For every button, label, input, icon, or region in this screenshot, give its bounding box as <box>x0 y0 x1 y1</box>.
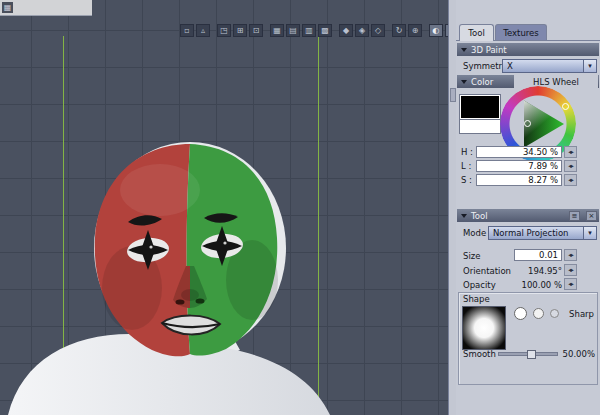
viewport-3d[interactable]: ▦ ▫ ▵ ◳ ⊞ ⊡ ▦ ▤ ▥ ▩ ◆ ◈ ◇ ↻ ⊕ ◐ ◉ <box>0 0 448 415</box>
shade-rows-icon[interactable]: ▤ <box>286 24 300 37</box>
rotate-view-icon[interactable]: ↻ <box>392 24 406 37</box>
tool-options-icon[interactable]: ≡ <box>569 211 580 221</box>
opacity-stepper-icon[interactable]: ◂▸ <box>564 278 577 290</box>
section-title: Tool <box>471 211 488 221</box>
collapse-triangle-icon[interactable] <box>461 80 467 84</box>
symmetry-label: Symmetry <box>463 61 507 71</box>
size-field[interactable]: 0.01 <box>514 249 562 261</box>
snap-toggle-icon[interactable]: ⊡ <box>249 24 263 37</box>
shield-inner-icon[interactable]: ◈ <box>355 24 369 37</box>
handle-toggle-icon[interactable]: ▵ <box>196 24 210 37</box>
orientation-stepper-icon[interactable]: ◂▸ <box>564 264 577 276</box>
smooth-value[interactable]: 50.00% <box>563 349 595 359</box>
orientation-value[interactable]: 194.95° <box>528 266 562 276</box>
sharp-label: Sharp <box>569 309 594 319</box>
app-icon[interactable]: ▦ <box>2 2 13 13</box>
shaded-sphere-icon[interactable]: ◐ <box>429 24 443 37</box>
chevron-down-icon[interactable]: ▾ <box>583 60 596 72</box>
size-label: Size <box>463 251 480 261</box>
application-window: ▦ ▫ ▵ ◳ ⊞ ⊡ ▦ ▤ ▥ ▩ ◆ ◈ ◇ ↻ ⊕ ◐ ◉ Tool T… <box>0 0 600 415</box>
falloff-dome-icon[interactable] <box>533 308 544 319</box>
smooth-slider[interactable] <box>498 352 558 356</box>
shield-solid-icon[interactable]: ◆ <box>339 24 353 37</box>
hue-stepper-icon[interactable]: ◂▸ <box>564 146 577 158</box>
orientation-label: Orientation <box>463 266 511 276</box>
wireframe-icon[interactable]: ▦ <box>270 24 284 37</box>
lightness-stepper-icon[interactable]: ◂▸ <box>564 160 577 172</box>
falloff-flat-icon[interactable] <box>550 309 559 318</box>
tool-close-icon[interactable]: × <box>586 211 597 221</box>
falloff-round-icon[interactable] <box>514 307 527 320</box>
size-stepper-icon[interactable]: ◂▸ <box>564 249 577 261</box>
mode-dropdown[interactable]: Normal Projection ▾ <box>488 226 597 240</box>
saturation-marker[interactable] <box>524 120 531 127</box>
pixel-toggle-icon[interactable]: ▫ <box>180 24 194 37</box>
chevron-down-icon[interactable]: ▾ <box>583 227 596 239</box>
section-header-3d-paint[interactable]: 3D Paint <box>457 43 599 56</box>
model-head[interactable] <box>0 120 360 415</box>
mode-value: Normal Projection <box>493 228 596 238</box>
shield-outline-icon[interactable]: ◇ <box>371 24 385 37</box>
saturation-stepper-icon[interactable]: ◂▸ <box>564 174 577 186</box>
section-header-tool[interactable]: Tool ≡ × <box>457 209 599 222</box>
shape-title: Shape <box>463 294 490 304</box>
symmetry-dropdown[interactable]: X ▾ <box>502 59 597 73</box>
hue-marker[interactable] <box>562 103 569 110</box>
saturation-label: S : <box>461 175 472 185</box>
mode-label: Mode <box>463 228 486 238</box>
dense-grid-icon[interactable]: ▩ <box>318 24 332 37</box>
section-title: 3D Paint <box>471 45 507 55</box>
collapse-triangle-icon[interactable] <box>461 48 467 52</box>
grid-toggle-icon[interactable]: ⊞ <box>233 24 247 37</box>
section-title: Color <box>471 77 493 87</box>
collapse-triangle-icon[interactable] <box>461 214 467 218</box>
smooth-slider-thumb[interactable] <box>527 350 536 359</box>
lightness-label: L : <box>461 161 471 171</box>
properties-panel: Tool Textures 3D Paint Symmetry X ▾ Colo… <box>456 0 600 415</box>
viewport-toolbar: ▫ ▵ ◳ ⊞ ⊡ ▦ ▤ ▥ ▩ ◆ ◈ ◇ ↻ ⊕ ◐ ◉ <box>180 24 459 37</box>
window-chrome-strip: ▦ <box>0 0 92 16</box>
tab-textures[interactable]: Textures <box>495 24 547 41</box>
panel-scrollbar[interactable] <box>448 0 456 415</box>
smooth-label: Smooth <box>463 349 496 359</box>
corner-widget-icon[interactable]: ◳ <box>217 24 231 37</box>
opacity-value[interactable]: 100.00 % <box>521 280 562 290</box>
saturation-field[interactable]: 8.27 % <box>476 174 562 186</box>
background-color-swatch[interactable] <box>459 119 501 134</box>
foreground-color-swatch[interactable] <box>459 94 501 120</box>
opacity-label: Opacity <box>463 280 496 290</box>
hue-label: H : <box>461 147 473 157</box>
tab-tool[interactable]: Tool <box>459 24 494 41</box>
brush-falloff-preview[interactable] <box>462 306 506 350</box>
shade-columns-icon[interactable]: ▥ <box>302 24 316 37</box>
lightness-field[interactable]: 7.89 % <box>476 160 562 172</box>
pivot-icon[interactable]: ⊕ <box>408 24 422 37</box>
hue-field[interactable]: 34.50 % <box>476 146 562 158</box>
